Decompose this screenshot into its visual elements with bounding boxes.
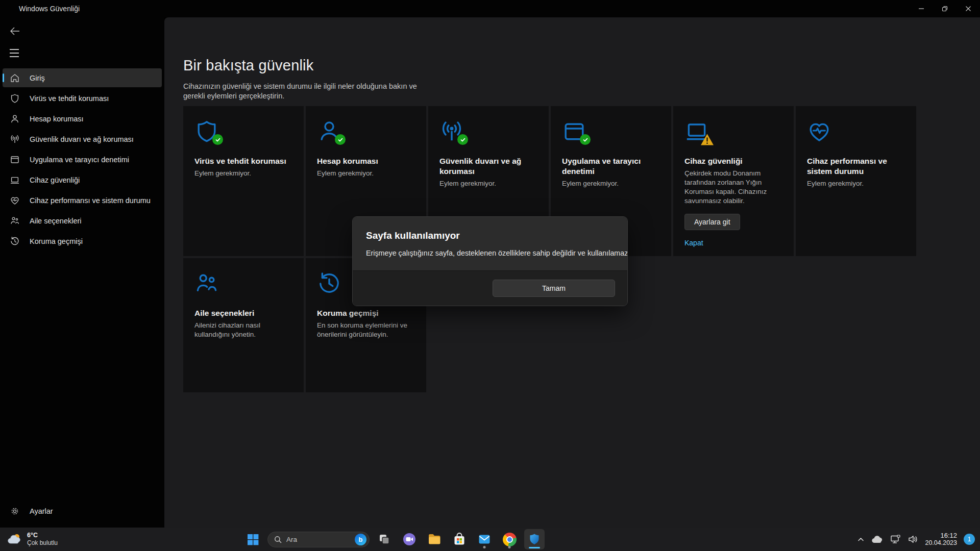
home-icon: [10, 73, 20, 83]
menu-toggle-button[interactable]: [9, 48, 21, 58]
bing-icon[interactable]: b: [355, 534, 366, 545]
card-title: Aile seçenekleri: [194, 308, 292, 318]
windows-security-button[interactable]: [524, 529, 545, 549]
mail-icon: [478, 533, 491, 546]
laptop-icon: [684, 119, 709, 144]
go-to-settings-button[interactable]: Ayarlara git: [684, 214, 740, 230]
back-button[interactable]: [9, 27, 23, 39]
card-device-performance[interactable]: Cihaz performansı ve sistem durumu Eylem…: [796, 106, 916, 256]
weather-temp: 6°C: [27, 532, 58, 539]
monitor-network-icon[interactable]: [890, 535, 901, 544]
sidebar-item-device-security[interactable]: Cihaz güvenliği: [3, 170, 162, 189]
windows-start-icon: [247, 533, 259, 546]
sidebar-item-label: Uygulama ve tarayıcı denetimi: [30, 156, 129, 164]
file-explorer-button[interactable]: [424, 529, 445, 549]
dialog-title: Sayfa kullanılamıyor: [366, 230, 614, 241]
taskbar-search[interactable]: b: [267, 532, 370, 547]
weather-widget[interactable]: 6°C Çok bulutlu: [7, 528, 58, 551]
shield-icon: [10, 93, 20, 104]
chat-button[interactable]: [399, 529, 420, 549]
card-family-options[interactable]: Aile seçenekleri Ailenizi cihazları nası…: [183, 258, 304, 392]
network-antenna-icon: [10, 134, 20, 144]
restore-icon: [942, 6, 948, 12]
chrome-button[interactable]: [499, 529, 520, 549]
sidebar-item-account[interactable]: Hesap koruması: [3, 109, 162, 128]
card-status: Ailenizi cihazları nasıl kullandığını yö…: [194, 321, 292, 339]
gear-icon: [10, 506, 20, 516]
sidebar-item-label: Cihaz performansı ve sistem durumu: [30, 196, 151, 205]
mail-button[interactable]: [474, 529, 495, 549]
sidebar-item-virus-threat[interactable]: Virüs ve tehdit koruması: [3, 89, 162, 108]
dialog-button-bar: Tamam: [353, 270, 627, 306]
volume-icon[interactable]: [908, 535, 918, 544]
family-icon: [10, 216, 20, 226]
titlebar: Windows Güvenliği: [0, 0, 980, 17]
shield-icon: [194, 119, 219, 144]
chat-icon: [403, 533, 416, 546]
page-unavailable-dialog: Sayfa kullanılamıyor Erişmeye çalıştığın…: [352, 216, 628, 306]
sidebar-item-label: Giriş: [30, 74, 45, 82]
card-title: Cihaz performansı ve sistem durumu: [807, 156, 905, 177]
minimize-icon: [918, 6, 924, 12]
sidebar-item-performance[interactable]: Cihaz performansı ve sistem durumu: [3, 191, 162, 210]
search-input[interactable]: [286, 536, 350, 543]
sidebar-item-label: Ayarlar: [30, 507, 53, 515]
cloudy-sun-icon: [7, 533, 22, 546]
card-status: Eylem gerekmiyor.: [807, 179, 905, 188]
sidebar-item-settings[interactable]: Ayarlar: [3, 502, 162, 520]
card-virus-threat[interactable]: Virüs ve tehdit koruması Eylem gerekmiyo…: [183, 106, 304, 256]
clock[interactable]: 16:12 20.04.2023: [925, 532, 957, 547]
sidebar-item-history[interactable]: Koruma geçmişi: [3, 232, 162, 251]
status-ok-badge: [212, 134, 223, 145]
card-device-security[interactable]: Cihaz güvenliği Çekirdek modu Donanım ta…: [673, 106, 794, 256]
restore-button[interactable]: [933, 0, 957, 17]
sidebar-item-family[interactable]: Aile seçenekleri: [3, 211, 162, 230]
search-icon: [274, 536, 282, 543]
heart-pulse-icon: [10, 195, 20, 206]
history-icon: [10, 236, 20, 246]
store-button[interactable]: [449, 529, 470, 549]
chrome-icon: [503, 533, 517, 546]
file-explorer-icon: [428, 533, 442, 545]
page-subtitle: Cihazınızın güvenliği ve sistem durumu i…: [183, 82, 428, 101]
onedrive-icon[interactable]: [871, 535, 884, 543]
taskbar: 6°C Çok bulutlu b: [0, 528, 980, 551]
window-controls: [910, 0, 980, 17]
app-window-icon: [562, 119, 586, 144]
card-status: Eylem gerekmiyor.: [194, 169, 292, 178]
store-icon: [453, 533, 466, 546]
taskbar-center: b: [242, 528, 545, 551]
tray-chevron-up-icon[interactable]: [857, 536, 865, 543]
card-status: Eylem gerekmiyor.: [562, 179, 660, 188]
card-status: Çekirdek modu Donanım tarafından zorlana…: [684, 169, 782, 206]
laptop-icon: [10, 175, 20, 185]
windows-security-icon: [528, 533, 541, 546]
running-indicator: [483, 546, 486, 548]
status-ok-badge: [457, 134, 468, 145]
card-title: Koruma geçmişi: [317, 308, 415, 318]
sidebar-item-home[interactable]: Giriş: [3, 68, 162, 87]
sidebar-item-label: Cihaz güvenliği: [30, 176, 80, 184]
ok-button[interactable]: Tamam: [493, 280, 615, 297]
close-button[interactable]: [957, 0, 980, 17]
tray-date: 20.04.2023: [925, 539, 957, 547]
running-indicator: [508, 546, 511, 548]
sidebar-item-firewall[interactable]: Güvenlik duvarı ve ağ koruması: [3, 130, 162, 148]
card-title: Güvenlik duvarı ve ağ koruması: [439, 156, 537, 177]
dialog-body: Erişmeye çalıştığınız sayfa, desteklenen…: [366, 249, 614, 257]
sidebar-item-app-browser[interactable]: Uygulama ve tarayıcı denetimi: [3, 150, 162, 169]
task-view-button[interactable]: [374, 529, 395, 549]
dismiss-link[interactable]: Kapat: [684, 239, 703, 247]
sidebar-nav: Giriş Virüs ve tehdit koruması Hesap kor…: [3, 68, 162, 252]
start-button[interactable]: [242, 529, 263, 549]
sidebar-item-label: Aile seçenekleri: [30, 217, 82, 225]
card-status: En son koruma eylemlerini ve önerilerini…: [317, 321, 415, 339]
person-icon: [317, 119, 341, 144]
card-title: Virüs ve tehdit koruması: [194, 156, 292, 166]
minimize-button[interactable]: [910, 0, 933, 17]
sidebar-item-label: Koruma geçmişi: [30, 237, 83, 245]
task-view-icon: [378, 533, 390, 545]
notification-badge[interactable]: 1: [964, 534, 975, 545]
network-antenna-icon: [439, 119, 464, 144]
sidebar-item-label: Virüs ve tehdit koruması: [30, 94, 109, 103]
